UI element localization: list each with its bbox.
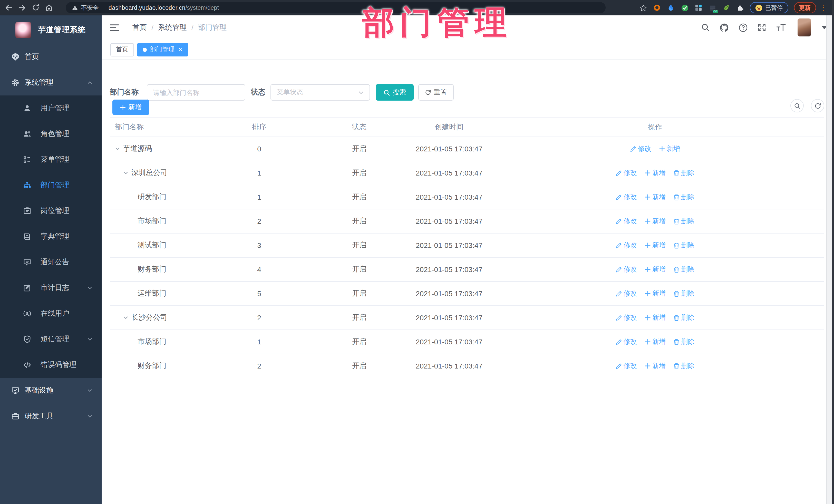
search-icon[interactable] [701, 23, 710, 32]
add-link[interactable]: 新增 [644, 289, 666, 298]
delete-link[interactable]: 删除 [673, 168, 695, 178]
sidebar-item-user[interactable]: 用户管理 [0, 95, 102, 121]
expand-toggle-icon[interactable] [123, 315, 128, 320]
sidebar-item-dev-tools[interactable]: 研发工具 [0, 403, 102, 429]
delete-link[interactable]: 删除 [673, 361, 695, 371]
dept-name-input[interactable] [147, 84, 245, 101]
table-row[interactable]: 长沙分公司2开启2021-01-05 17:03:47修改新增删除 [110, 306, 824, 330]
add-link[interactable]: 新增 [644, 313, 666, 322]
bookmark-star-icon[interactable] [639, 4, 647, 12]
browser-forward-button[interactable] [15, 1, 29, 14]
users-icon [23, 130, 31, 138]
extension-drop-icon[interactable] [667, 4, 675, 12]
sidebar-item-notice[interactable]: 通知公告 [0, 249, 102, 275]
app-logo[interactable]: 芋道管理系统 [0, 15, 102, 44]
sidebar-item-audit-log[interactable]: 审计日志 [0, 275, 102, 301]
profile-paused-chip[interactable]: 已暂停 [750, 2, 788, 13]
add-link[interactable]: 新增 [644, 241, 666, 250]
menu-tree-icon [23, 155, 31, 164]
add-link[interactable]: 新增 [644, 193, 666, 202]
edit-link[interactable]: 修改 [615, 241, 637, 250]
browser-reload-button[interactable] [29, 1, 42, 14]
extension-leaf-icon[interactable] [722, 4, 730, 12]
sidebar-item-infra[interactable]: 基础设施 [0, 378, 102, 403]
edit-link[interactable]: 修改 [615, 313, 637, 322]
page-scrollbar[interactable] [826, 15, 832, 504]
delete-link[interactable]: 删除 [673, 289, 695, 298]
sidebar-item-dict[interactable]: 字典管理 [0, 224, 102, 249]
expand-toggle-icon[interactable] [115, 146, 120, 151]
table-row[interactable]: 芋道源码0开启2021-01-05 17:03:47修改新增 [110, 137, 824, 161]
edit-link[interactable]: 修改 [615, 193, 637, 202]
show-search-button[interactable] [790, 99, 804, 112]
tab-item[interactable]: 首页 [110, 43, 134, 56]
app-title: 芋道管理系统 [38, 25, 86, 35]
add-link[interactable]: 新增 [644, 361, 666, 371]
extension-orange-icon[interactable] [653, 4, 661, 12]
browser-menu-icon[interactable] [821, 4, 825, 12]
edit-link[interactable]: 修改 [630, 144, 651, 153]
not-secure-label[interactable]: 不安全 [81, 4, 99, 12]
collapse-sidebar-icon[interactable] [109, 22, 120, 33]
sidebar-item-home[interactable]: 首页 [0, 44, 102, 70]
add-link[interactable]: 新增 [644, 217, 666, 226]
edit-link[interactable]: 修改 [615, 337, 637, 346]
delete-link[interactable]: 删除 [673, 193, 695, 202]
add-link[interactable]: 新增 [659, 144, 680, 153]
breadcrumb-item[interactable]: 系统管理 [158, 23, 187, 32]
close-tab-icon[interactable]: × [179, 46, 182, 53]
browser-home-button[interactable] [42, 1, 56, 14]
chevron-down-icon [358, 90, 364, 95]
github-icon[interactable] [720, 23, 729, 32]
table-row[interactable]: 财务部门4开启2021-01-05 17:03:47修改新增删除 [110, 258, 824, 282]
tab-active[interactable]: 部门管理× [137, 43, 188, 56]
delete-link[interactable]: 删除 [673, 241, 695, 250]
add-link[interactable]: 新增 [644, 168, 666, 178]
font-size-icon[interactable] [776, 24, 786, 31]
reset-button[interactable]: 重置 [418, 84, 454, 101]
help-icon[interactable] [739, 23, 748, 32]
edit-link[interactable]: 修改 [615, 265, 637, 274]
table-row[interactable]: 深圳总公司1开启2021-01-05 17:03:47修改新增删除 [110, 161, 824, 185]
browser-back-button[interactable] [2, 1, 15, 14]
add-link[interactable]: 新增 [644, 265, 666, 274]
chevron-down-icon[interactable] [822, 26, 827, 29]
sidebar-item-system[interactable]: 系统管理 [0, 70, 102, 95]
table-row[interactable]: 运维部门5开启2021-01-05 17:03:47修改新增删除 [110, 282, 824, 306]
table-row[interactable]: 财务部门2开启2021-01-05 17:03:47修改新增删除 [110, 354, 824, 378]
sidebar-item-role[interactable]: 角色管理 [0, 121, 102, 147]
address-bar[interactable]: 不安全 dashboard.yudao.iocoder.cn/system/de… [66, 2, 606, 13]
refresh-table-button[interactable] [811, 99, 824, 112]
edit-link[interactable]: 修改 [615, 168, 637, 178]
delete-link[interactable]: 删除 [673, 313, 695, 322]
sidebar-item-error-code[interactable]: 错误码管理 [0, 352, 102, 378]
delete-link[interactable]: 删除 [673, 337, 695, 346]
expand-toggle-icon[interactable] [123, 170, 128, 176]
add-link[interactable]: 新增 [644, 337, 666, 346]
avatar[interactable] [797, 19, 811, 37]
extension-grid-icon[interactable] [695, 4, 703, 12]
extension-on-badge-icon[interactable]: on [708, 4, 717, 12]
add-button[interactable]: 新增 [112, 100, 149, 115]
edit-link[interactable]: 修改 [615, 361, 637, 371]
browser-update-button[interactable]: 更新 [794, 2, 816, 13]
table-row[interactable]: 市场部门1开启2021-01-05 17:03:47修改新增删除 [110, 330, 824, 354]
delete-link[interactable]: 删除 [673, 265, 695, 274]
table-row[interactable]: 市场部门2开启2021-01-05 17:03:47修改新增删除 [110, 210, 824, 234]
breadcrumb-item[interactable]: 首页 [132, 23, 147, 32]
extension-green-check-icon[interactable] [681, 4, 689, 12]
sidebar-item-post[interactable]: 岗位管理 [0, 198, 102, 224]
sidebar-item-sms[interactable]: 短信管理 [0, 326, 102, 352]
delete-link[interactable]: 删除 [673, 217, 695, 226]
table-row[interactable]: 研发部门1开启2021-01-05 17:03:47修改新增删除 [110, 185, 824, 210]
fullscreen-icon[interactable] [758, 23, 766, 32]
search-button[interactable]: 搜索 [376, 84, 414, 101]
extension-puzzle-icon[interactable] [736, 4, 744, 12]
sidebar-item-menu[interactable]: 菜单管理 [0, 147, 102, 172]
edit-link[interactable]: 修改 [615, 289, 637, 298]
table-row[interactable]: 测试部门3开启2021-01-05 17:03:47修改新增删除 [110, 234, 824, 258]
edit-link[interactable]: 修改 [615, 217, 637, 226]
sidebar-item-online-user[interactable]: 在线用户 [0, 301, 102, 326]
status-select[interactable]: 菜单状态 [270, 84, 370, 101]
sidebar-item-dept[interactable]: 部门管理 [0, 172, 102, 198]
